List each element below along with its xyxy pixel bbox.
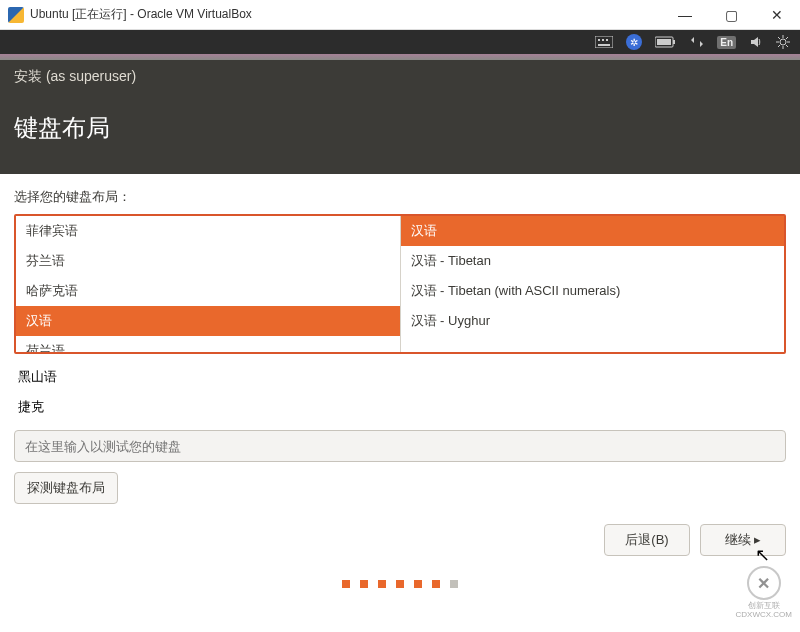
host-window-title: Ubuntu [正在运行] - Oracle VM VirtualBox — [30, 6, 662, 23]
svg-line-13 — [778, 37, 780, 39]
list-item[interactable]: 荷兰语 — [16, 336, 400, 352]
keyboard-layout-lists: 菲律宾语芬兰语哈萨克语汉语荷兰语 汉语汉语 - Tibetan汉语 - Tibe… — [14, 214, 786, 354]
svg-line-16 — [778, 45, 780, 47]
sound-icon[interactable] — [749, 35, 763, 49]
progress-dots — [0, 566, 800, 596]
prompt-label: 选择您的键盘布局： — [14, 188, 786, 206]
decoration-stripe — [0, 54, 800, 60]
progress-dot — [432, 580, 440, 588]
watermark-sub: CDXWCX.COM — [736, 611, 792, 620]
network-icon[interactable] — [690, 35, 704, 49]
progress-dot — [450, 580, 458, 588]
svg-point-8 — [780, 39, 786, 45]
svg-rect-2 — [598, 39, 600, 41]
svg-line-15 — [786, 37, 788, 39]
watermark: ✕ 创新互联 CDXWCX.COM — [736, 566, 792, 620]
continue-button[interactable]: 继续 ▸ — [700, 524, 786, 556]
variant-list[interactable]: 汉语汉语 - Tibetan汉语 - Tibetan (with ASCII n… — [400, 216, 785, 352]
list-item[interactable]: 捷克 — [14, 392, 800, 422]
list-item[interactable]: 菲律宾语 — [16, 216, 400, 246]
progress-dot — [396, 580, 404, 588]
settings-gear-icon[interactable] — [776, 35, 790, 49]
ubuntu-installer-window: 安装 (as superuser) 键盘布局 选择您的键盘布局： 菲律宾语芬兰语… — [0, 60, 800, 596]
language-list-overflow[interactable]: 黑山语捷克 — [0, 362, 800, 422]
progress-dot — [414, 580, 422, 588]
keyboard-icon[interactable] — [595, 36, 613, 48]
svg-rect-6 — [673, 40, 675, 44]
keyboard-test-input[interactable] — [14, 430, 786, 462]
list-item[interactable]: 芬兰语 — [16, 246, 400, 276]
ubuntu-top-menubar: ✲ En — [0, 30, 800, 54]
svg-rect-3 — [602, 39, 604, 41]
svg-rect-0 — [595, 36, 613, 48]
language-list[interactable]: 菲律宾语芬兰语哈萨克语汉语荷兰语 — [16, 216, 400, 352]
close-button[interactable]: ✕ — [754, 0, 800, 29]
svg-rect-1 — [598, 44, 610, 46]
back-button[interactable]: 后退(B) — [604, 524, 690, 556]
svg-line-14 — [786, 45, 788, 47]
list-item[interactable]: 汉语 - Uyghur — [401, 306, 785, 336]
svg-rect-7 — [657, 39, 671, 45]
svg-rect-4 — [606, 39, 608, 41]
detect-layout-button[interactable]: 探测键盘布局 — [14, 472, 118, 504]
progress-dot — [342, 580, 350, 588]
progress-dot — [360, 580, 368, 588]
progress-dot — [378, 580, 386, 588]
list-item[interactable]: 哈萨克语 — [16, 276, 400, 306]
watermark-logo-icon: ✕ — [747, 566, 781, 600]
list-item[interactable]: 汉语 — [16, 306, 400, 336]
input-method-indicator[interactable]: En — [717, 36, 736, 49]
host-window-titlebar: Ubuntu [正在运行] - Oracle VM VirtualBox — ▢… — [0, 0, 800, 30]
accessibility-icon[interactable]: ✲ — [626, 34, 642, 50]
page-title: 键盘布局 — [14, 112, 786, 144]
list-item[interactable]: 汉语 - Tibetan (with ASCII numerals) — [401, 276, 785, 306]
list-item[interactable]: 汉语 — [401, 216, 785, 246]
installer-titlebar: 安装 (as superuser) — [0, 60, 800, 94]
list-item[interactable]: 黑山语 — [14, 362, 800, 392]
battery-icon[interactable] — [655, 36, 677, 48]
list-item[interactable]: 汉语 - Tibetan — [401, 246, 785, 276]
maximize-button[interactable]: ▢ — [708, 0, 754, 29]
installer-title: 安装 (as superuser) — [14, 68, 136, 86]
virtualbox-icon — [8, 7, 24, 23]
minimize-button[interactable]: — — [662, 0, 708, 29]
